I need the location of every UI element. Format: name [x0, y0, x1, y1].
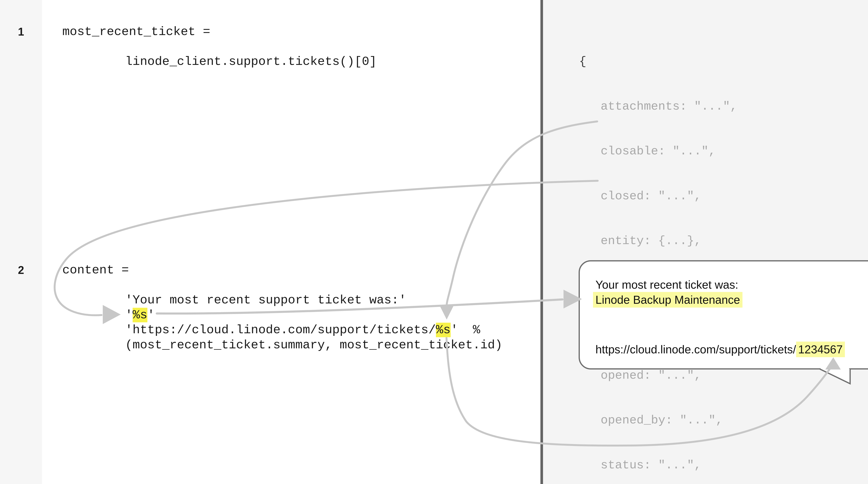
- json-open-brace: {: [579, 54, 868, 69]
- bubble-text-url: https://cloud.linode.com/support/tickets…: [595, 342, 845, 357]
- code-line-content-assignment: content =: [62, 263, 129, 278]
- arrowhead-right-at-summary-placeholder: [103, 305, 121, 324]
- placeholder-id-highlight: %s: [436, 323, 451, 337]
- placeholder-summary-highlight: %s: [133, 308, 147, 322]
- json-line-opened: opened: "...",: [579, 368, 868, 383]
- code-line-format-tuple: (most_recent_ticket.summary, most_recent…: [125, 337, 502, 353]
- quote: ': [147, 308, 155, 322]
- code-string-summary-placeholder: '%s': [125, 308, 155, 322]
- json-line-opened-by: opened_by: "...",: [579, 413, 868, 428]
- json-line-closed: closed: "...",: [579, 189, 868, 204]
- quote: ': [125, 308, 133, 322]
- arrowhead-down-at-url-placeholder: [440, 306, 454, 320]
- line-number-gutter: [0, 0, 42, 484]
- code-string-url-placeholder: 'https://cloud.linode.com/support/ticket…: [125, 322, 480, 337]
- json-line-status: status: "...",: [579, 458, 868, 473]
- bubble-ticket-id-highlight: 1234567: [796, 342, 845, 357]
- json-line-entity: entity: {...},: [579, 233, 868, 249]
- bubble-text-summary: Linode Backup Maintenance: [595, 292, 743, 308]
- diagram-stage: 1 2 most_recent_ticket = linode_client.s…: [0, 0, 868, 484]
- url-string-prefix: 'https://cloud.linode.com/support/ticket…: [125, 323, 436, 337]
- ticket-json-object: { attachments: "...", closable: "...", c…: [579, 24, 868, 484]
- code-line-most-recent-ticket: most_recent_ticket =: [62, 24, 210, 39]
- url-string-suffix: ' %: [451, 323, 480, 337]
- vertical-divider: [540, 0, 543, 484]
- bubble-summary-highlight: Linode Backup Maintenance: [593, 292, 743, 308]
- line-number-1: 1: [11, 24, 31, 39]
- code-line-linode-client-call: linode_client.support.tickets()[0]: [125, 54, 377, 69]
- bubble-text-intro: Your most recent ticket was:: [595, 277, 738, 292]
- bubble-url-prefix: https://cloud.linode.com/support/tickets…: [595, 343, 796, 356]
- json-line-closable: closable: "...",: [579, 144, 868, 159]
- line-number-2: 2: [11, 263, 31, 278]
- code-string-ticket-was: 'Your most recent support ticket was:': [125, 293, 406, 308]
- json-line-attachments: attachments: "...",: [579, 99, 868, 114]
